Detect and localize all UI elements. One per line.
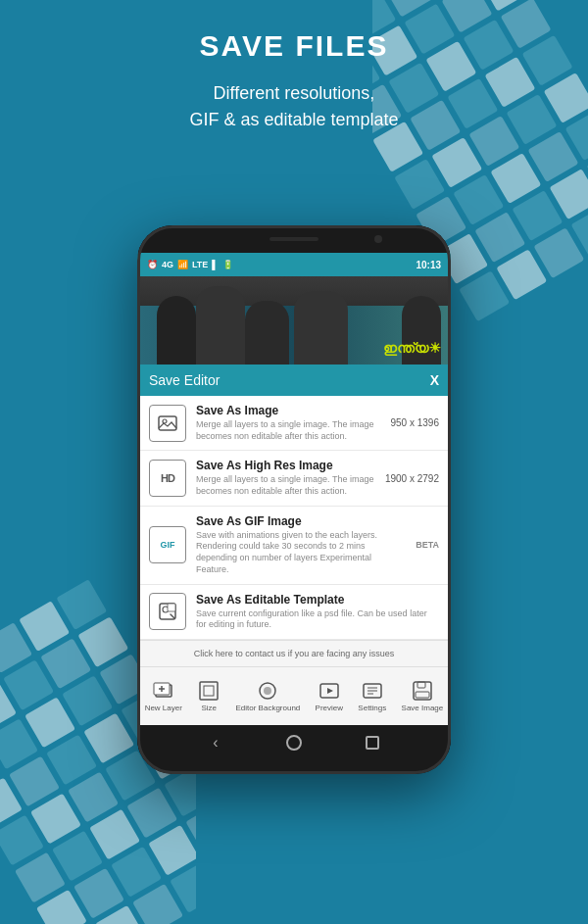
save-gif-desc: Save with animations given to the each l… — [196, 530, 406, 576]
svg-rect-21 — [414, 682, 431, 700]
svg-rect-11 — [200, 682, 218, 700]
save-gif-title: Save As GIF Image — [196, 514, 406, 528]
wifi-icon: 📶 — [177, 260, 188, 269]
alarm-icon: ⏰ — [147, 260, 158, 269]
svg-marker-16 — [327, 688, 333, 694]
save-gif-text: Save As GIF Image Save with animations g… — [196, 514, 406, 576]
save-image-text: Save As Image Merge all layers to a sing… — [196, 404, 381, 442]
save-high-res-option[interactable]: HD Save As High Res Image Merge all laye… — [137, 451, 451, 506]
save-editor-panel: Save Editor X Save As Image Merge all la… — [137, 365, 451, 666]
page-subtitle: Different resolutions,GIF & as editable … — [0, 80, 588, 133]
battery-icon: 🔋 — [222, 260, 233, 269]
signal-icon: ▌ — [212, 260, 218, 269]
editor-background-icon — [256, 680, 279, 702]
save-as-image-option[interactable]: Save As Image Merge all layers to a sing… — [137, 396, 451, 451]
save-template-desc: Save current configuration like a psd fi… — [196, 608, 439, 631]
nav-preview-label: Preview — [316, 704, 343, 712]
status-left: ⏰ 4G 📶 LTE ▌ 🔋 — [147, 260, 233, 269]
save-gif-option[interactable]: GIF Save As GIF Image Save with animatio… — [137, 507, 451, 585]
nav-new-layer[interactable]: New Layer — [145, 680, 182, 712]
save-template-option[interactable]: Save As Editable Template Save current c… — [137, 585, 451, 640]
svg-rect-0 — [159, 416, 176, 430]
save-template-icon — [149, 593, 186, 630]
nav-save-image[interactable]: Save Image — [402, 680, 444, 712]
save-editor-title: Save Editor — [149, 372, 220, 388]
save-high-res-icon: HD — [149, 460, 186, 497]
nav-settings-label: Settings — [358, 704, 386, 712]
phone-mockup: ⏰ 4G 📶 LTE ▌ 🔋 10:13 ഇന്ത്യ☀ — [137, 225, 451, 774]
nav-size[interactable]: Size — [197, 680, 220, 712]
save-gif-icon: GIF — [149, 526, 186, 563]
page-title: SAVE FILES — [0, 29, 588, 63]
close-button[interactable]: X — [430, 372, 439, 388]
svg-point-14 — [264, 687, 271, 695]
svg-point-1 — [163, 419, 167, 423]
video-area: ഇന്ത്യ☀ — [137, 276, 451, 365]
header-section: SAVE FILES Different resolutions,GIF & a… — [0, 29, 588, 133]
home-button[interactable] — [284, 733, 304, 753]
back-button[interactable]: ‹ — [206, 733, 225, 753]
preview-icon — [318, 680, 341, 702]
save-template-text: Save As Editable Template Save current c… — [196, 593, 439, 631]
nav-preview[interactable]: Preview — [316, 680, 343, 712]
svg-rect-12 — [204, 686, 214, 696]
nav-size-label: Size — [201, 704, 217, 712]
svg-rect-23 — [416, 692, 429, 698]
bottom-nav: New Layer Size Editor Ba — [137, 666, 451, 725]
save-high-res-title: Save As High Res Image — [196, 459, 375, 472]
android-nav: ‹ — [137, 725, 451, 760]
save-image-title: Save As Image — [196, 404, 381, 417]
network-type: 4G — [162, 260, 173, 269]
network-lte: LTE — [192, 260, 208, 269]
nav-save-image-label: Save Image — [402, 704, 444, 712]
save-high-res-size: 1900 x 2792 — [385, 473, 439, 484]
nav-settings[interactable]: Settings — [358, 680, 386, 712]
phone-body: ⏰ 4G 📶 LTE ▌ 🔋 10:13 ഇന്ത്യ☀ — [137, 225, 451, 774]
beta-badge: BETA — [416, 540, 439, 550]
settings-icon — [361, 680, 384, 702]
save-template-title: Save As Editable Template — [196, 593, 439, 607]
save-high-res-text: Save As High Res Image Merge all layers … — [196, 459, 375, 497]
save-image-size: 950 x 1396 — [391, 417, 440, 428]
save-image-icon — [149, 405, 186, 442]
nav-editor-background[interactable]: Editor Background — [235, 680, 300, 712]
svg-rect-22 — [417, 682, 425, 688]
recents-button[interactable] — [363, 733, 382, 753]
size-icon — [197, 680, 220, 702]
save-editor-header: Save Editor X — [137, 365, 451, 396]
new-layer-icon — [152, 680, 175, 702]
svg-rect-4 — [168, 604, 175, 611]
status-bar: ⏰ 4G 📶 LTE ▌ 🔋 10:13 — [137, 253, 451, 276]
video-overlay-text: ഇന്ത്യ☀ — [383, 340, 441, 357]
clock: 10:13 — [416, 260, 441, 270]
save-image-nav-icon — [411, 680, 434, 702]
status-right: 10:13 — [416, 260, 441, 270]
nav-editor-background-label: Editor Background — [235, 704, 300, 712]
save-high-res-desc: Merge all layers to a single image. The … — [196, 474, 375, 497]
nav-new-layer-label: New Layer — [145, 704, 182, 712]
save-image-desc: Merge all layers to a single image. The … — [196, 419, 381, 442]
contact-link[interactable]: Click here to contact us if you are faci… — [137, 640, 451, 666]
